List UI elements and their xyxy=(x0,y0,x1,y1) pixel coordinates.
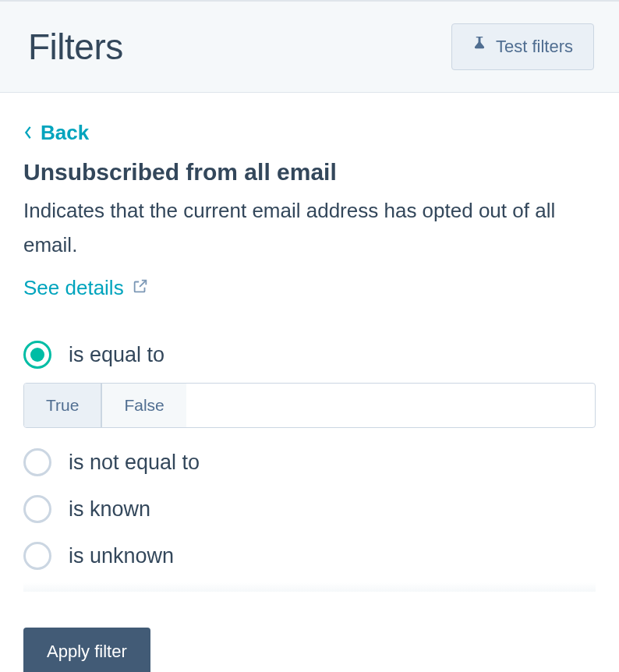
see-details-link[interactable]: See details xyxy=(23,276,149,300)
back-link[interactable]: Back xyxy=(23,121,89,145)
option-is-equal-to[interactable]: is equal to xyxy=(23,331,596,378)
radio-selected-icon xyxy=(23,341,51,369)
radio-icon xyxy=(23,495,51,523)
filter-title: Unsubscribed from all email xyxy=(23,159,596,186)
external-link-icon xyxy=(132,276,149,300)
option-label: is not equal to xyxy=(69,451,200,475)
filter-description: Indicates that the current email address… xyxy=(23,193,596,262)
radio-icon xyxy=(23,448,51,476)
back-label: Back xyxy=(41,121,89,145)
toggle-false[interactable]: False xyxy=(101,384,186,427)
see-details-label: See details xyxy=(23,276,124,300)
toggle-true[interactable]: True xyxy=(24,384,101,427)
apply-filter-button[interactable]: Apply filter xyxy=(23,628,150,672)
scroll-fade xyxy=(23,582,596,592)
flask-icon xyxy=(472,37,486,57)
filter-content: Back Unsubscribed from all email Indicat… xyxy=(0,93,619,614)
option-is-known[interactable]: is known xyxy=(23,486,596,532)
chevron-left-icon xyxy=(23,121,33,145)
filters-header: Filters Test filters xyxy=(0,0,619,93)
page-title: Filters xyxy=(28,26,123,68)
option-label: is unknown xyxy=(69,544,174,568)
footer: Apply filter xyxy=(0,614,619,672)
test-filters-label: Test filters xyxy=(496,37,573,57)
operator-options: is equal to True False is not equal to i… xyxy=(23,331,596,579)
radio-icon xyxy=(23,542,51,570)
test-filters-button[interactable]: Test filters xyxy=(451,23,594,70)
option-label: is known xyxy=(69,497,150,522)
option-label: is equal to xyxy=(69,343,164,367)
option-is-unknown[interactable]: is unknown xyxy=(23,532,596,579)
boolean-toggle: True False xyxy=(23,383,596,428)
option-is-not-equal-to[interactable]: is not equal to xyxy=(23,439,596,486)
